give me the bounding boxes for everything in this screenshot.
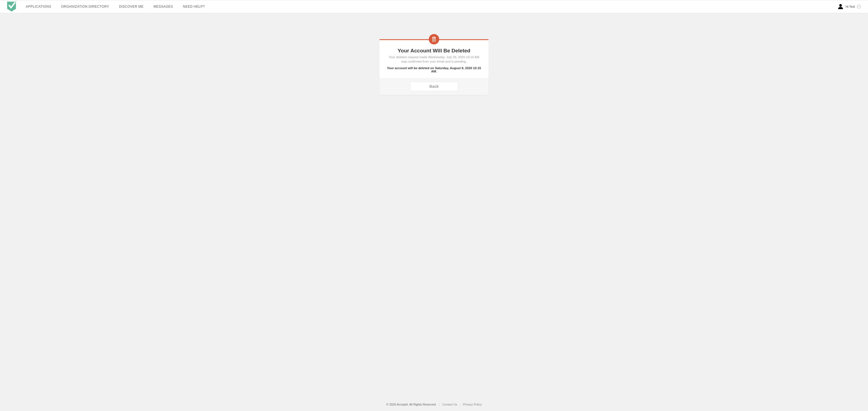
back-button[interactable]: Back [410, 82, 458, 91]
deletion-card: Your Account Will Be Deleted Your deleti… [379, 39, 489, 95]
footer-copyright: © 2020 Acceptd. All Rights Reserved. [386, 403, 436, 406]
footer-separator: | [460, 403, 461, 406]
footer-separator: | [439, 403, 440, 406]
user-menu[interactable]: Hi Test [838, 4, 861, 10]
nav-need-help[interactable]: NEED HELP? [183, 5, 205, 8]
main-content: Your Account Will Be Deleted Your deleti… [0, 13, 868, 400]
card-scheduled-text: Your account will be deleted on Saturday… [386, 66, 482, 73]
main-nav: APPLICATIONS ORGANIZATION DIRECTORY DISC… [26, 5, 205, 8]
footer: © 2020 Acceptd. All Rights Reserved. | C… [0, 400, 868, 411]
nav-discover-me[interactable]: DISCOVER ME [119, 5, 144, 8]
svg-rect-0 [432, 37, 436, 38]
card-body: Your Account Will Be Deleted Your deleti… [379, 40, 489, 78]
card-description: Your deletion request made Wednesday, Ju… [386, 55, 482, 64]
user-greeting: Hi Test [846, 5, 855, 8]
footer-privacy-link[interactable]: Privacy Policy [463, 403, 482, 406]
logo[interactable] [7, 2, 16, 11]
card-footer: Back [379, 78, 489, 95]
trash-icon [429, 34, 439, 44]
footer-contact-link[interactable]: Contact Us [442, 403, 457, 406]
avatar-icon [838, 4, 843, 10]
nav-organization-directory[interactable]: ORGANIZATION DIRECTORY [61, 5, 109, 8]
chevron-down-icon [857, 5, 861, 8]
header: APPLICATIONS ORGANIZATION DIRECTORY DISC… [0, 0, 868, 13]
nav-messages[interactable]: MESSAGES [153, 5, 173, 8]
deletion-card-wrapper: Your Account Will Be Deleted Your deleti… [379, 39, 489, 400]
nav-applications[interactable]: APPLICATIONS [26, 5, 51, 8]
card-title: Your Account Will Be Deleted [386, 48, 482, 54]
